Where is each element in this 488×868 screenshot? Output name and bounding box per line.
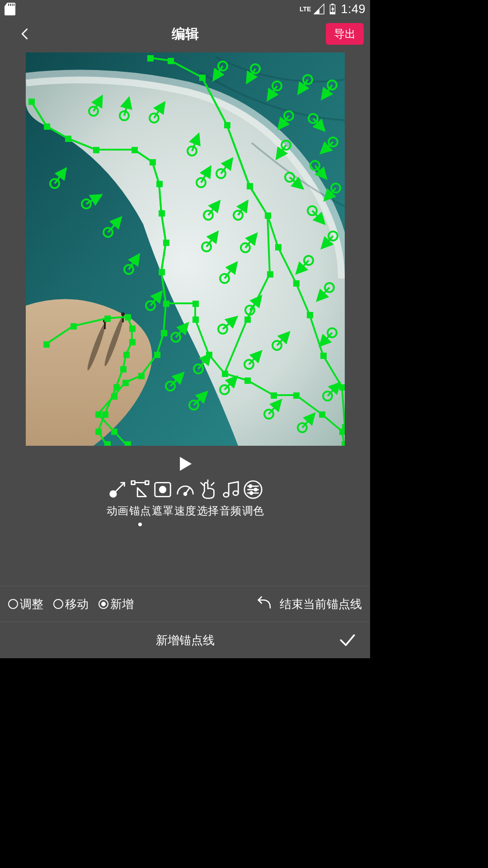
svg-rect-63 [275, 244, 282, 250]
svg-rect-1 [10, 4, 11, 6]
svg-rect-39 [138, 373, 145, 379]
svg-line-154 [302, 414, 314, 428]
tool-anchor[interactable]: 锚点 [129, 476, 151, 526]
svg-line-152 [269, 401, 281, 414]
svg-rect-6 [330, 12, 335, 14]
battery-charging-icon [327, 4, 338, 14]
svg-rect-66 [320, 353, 327, 359]
tool-label: 调色 [242, 504, 264, 518]
radio-icon [99, 599, 108, 609]
svg-rect-33 [224, 122, 230, 128]
svg-rect-54 [102, 411, 108, 418]
anchor-icon [129, 478, 151, 501]
svg-line-102 [223, 317, 236, 329]
sd-card-icon [5, 3, 15, 15]
svg-line-82 [129, 255, 139, 269]
svg-rect-50 [129, 339, 136, 345]
end-line-label: 结束当前锚点线 [280, 596, 362, 612]
svg-line-150 [170, 373, 183, 386]
svg-rect-46 [70, 323, 77, 330]
svg-rect-23 [159, 269, 165, 275]
svg-line-138 [297, 260, 309, 273]
tool-select[interactable]: 选择 [197, 476, 219, 518]
svg-rect-22 [163, 240, 169, 246]
svg-line-142 [277, 333, 289, 345]
tool-audio[interactable]: 音频 [219, 476, 242, 518]
svg-line-130 [315, 165, 326, 178]
tool-speed[interactable]: 速度 [174, 476, 197, 518]
svg-rect-43 [111, 429, 117, 435]
mask-icon [151, 478, 174, 501]
anchor-mode-row: 调整 移动 新增 结束当前锚点线 [0, 586, 370, 622]
active-dot-icon [138, 523, 142, 526]
svg-line-84 [150, 292, 161, 306]
svg-rect-68 [342, 424, 345, 430]
svg-rect-62 [342, 441, 345, 446]
svg-point-167 [184, 493, 187, 495]
svg-rect-31 [265, 212, 271, 219]
check-icon [338, 630, 357, 650]
svg-line-144 [249, 352, 261, 364]
svg-rect-0 [8, 4, 9, 6]
svg-point-178 [249, 485, 252, 487]
svg-rect-16 [65, 136, 71, 142]
tool-animation[interactable]: 动画 [106, 476, 129, 518]
tool-label: 动画 [107, 504, 128, 518]
svg-rect-36 [147, 55, 154, 61]
radio-add[interactable]: 新增 [99, 596, 134, 612]
radio-label: 新增 [110, 596, 134, 612]
svg-point-172 [233, 491, 238, 495]
svg-rect-28 [222, 371, 228, 377]
svg-line-76 [55, 169, 66, 184]
tool-mask[interactable]: 遮罩 [151, 476, 174, 518]
svg-rect-5 [332, 4, 334, 5]
svg-line-132 [325, 188, 336, 200]
play-button[interactable] [0, 451, 370, 476]
tool-color[interactable]: 调色 [242, 476, 264, 518]
clock: 1:49 [341, 2, 366, 16]
svg-rect-30 [267, 271, 273, 278]
editor-canvas[interactable] [26, 52, 345, 446]
svg-rect-57 [244, 377, 251, 384]
undo-icon [254, 594, 273, 613]
radio-move[interactable]: 移动 [53, 596, 89, 612]
tool-label: 音频 [220, 504, 241, 518]
svg-rect-19 [150, 159, 156, 165]
signal-icon [314, 4, 324, 14]
svg-rect-47 [104, 316, 111, 322]
svg-rect-25 [192, 301, 199, 307]
svg-line-175 [229, 482, 238, 484]
confirm-button[interactable] [338, 630, 357, 650]
svg-rect-20 [156, 181, 163, 187]
svg-rect-44 [125, 441, 131, 446]
status-bar: LTE 1:49 [0, 0, 370, 18]
svg-point-171 [223, 493, 229, 497]
tool-bar: 动画 锚点 遮罩 速度 [103, 476, 267, 535]
back-button[interactable] [18, 27, 32, 41]
radio-adjust[interactable]: 调整 [8, 596, 43, 612]
svg-point-182 [250, 492, 253, 495]
svg-rect-34 [199, 75, 206, 81]
svg-rect-45 [43, 341, 50, 348]
svg-line-104 [221, 159, 232, 174]
radio-icon [8, 599, 18, 609]
svg-rect-24 [163, 301, 169, 307]
svg-rect-26 [192, 316, 199, 323]
audio-icon [219, 478, 242, 501]
svg-rect-51 [123, 352, 130, 358]
svg-rect-18 [131, 147, 138, 153]
svg-rect-21 [159, 210, 165, 217]
animation-icon [106, 478, 129, 501]
svg-rect-37 [161, 330, 167, 336]
export-button[interactable]: 导出 [326, 23, 364, 45]
svg-rect-17 [93, 147, 99, 153]
svg-rect-29 [244, 316, 251, 323]
svg-rect-38 [154, 352, 160, 358]
svg-rect-35 [168, 58, 174, 64]
end-anchor-line-button[interactable]: 结束当前锚点线 [254, 594, 362, 613]
svg-rect-64 [293, 280, 300, 287]
footer-row: 新增锚点线 [0, 622, 370, 658]
app-header: 编辑 导出 [0, 18, 370, 50]
tool-label: 遮罩 [152, 504, 174, 518]
svg-line-134 [312, 211, 324, 223]
